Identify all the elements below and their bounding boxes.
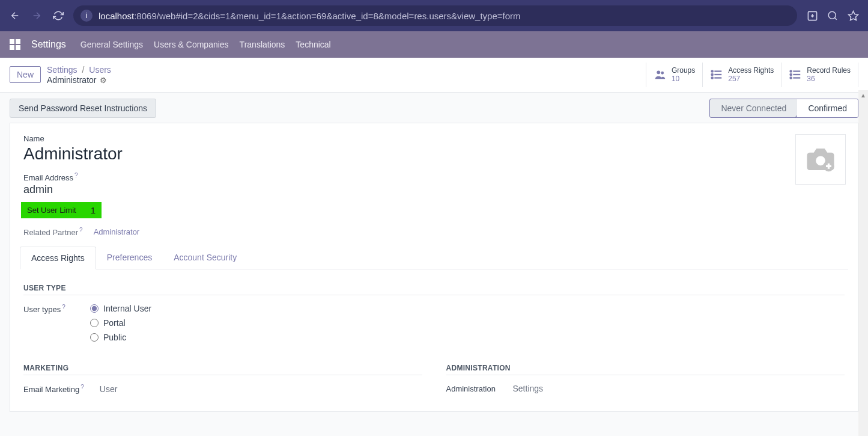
browser-chrome: i localhost:8069/web#id=2&cids=1&menu_id… <box>0 0 868 31</box>
svg-point-10 <box>712 78 713 79</box>
nav-general-settings[interactable]: General Settings <box>80 40 143 49</box>
site-info-icon[interactable]: i <box>80 10 93 22</box>
forward-button[interactable] <box>30 9 43 22</box>
nav-translations[interactable]: Translations <box>240 40 285 49</box>
avatar-upload[interactable] <box>795 134 846 185</box>
url-text: localhost:8069/web#id=2&cids=1&menu_id=1… <box>99 11 521 21</box>
nav-users-companies[interactable]: Users & Companies <box>154 40 229 49</box>
status-confirmed[interactable]: Confirmed <box>797 99 858 117</box>
nav-app-title: Settings <box>31 39 66 50</box>
set-user-limit-label: Set User Limit <box>27 206 76 215</box>
help-icon[interactable]: ? <box>74 172 78 179</box>
list-icon <box>710 68 723 81</box>
svg-point-14 <box>791 71 792 72</box>
email-marketing-value[interactable]: User <box>100 384 118 394</box>
email-marketing-label: Email Marketing? <box>23 384 84 394</box>
radio-public[interactable]: Public <box>90 333 151 342</box>
user-types-label: User types? <box>23 304 74 314</box>
groups-icon <box>654 68 667 81</box>
app-top-nav: Settings General Settings Users & Compan… <box>0 31 868 58</box>
svg-point-8 <box>712 71 713 72</box>
nav-technical[interactable]: Technical <box>296 40 330 49</box>
set-user-limit-value: 1 <box>91 205 96 215</box>
breadcrumb-users[interactable]: Users <box>89 65 111 75</box>
name-field[interactable]: Administrator <box>23 144 845 164</box>
tab-access-rights[interactable]: Access Rights <box>20 247 96 269</box>
radio-internal-user[interactable]: Internal User <box>90 304 151 313</box>
apps-menu-icon[interactable] <box>10 39 20 50</box>
gear-icon[interactable]: ⚙ <box>100 76 107 85</box>
refresh-button[interactable] <box>52 9 65 22</box>
tab-preferences[interactable]: Preferences <box>96 247 163 269</box>
address-bar[interactable]: i localhost:8069/web#id=2&cids=1&menu_id… <box>73 5 797 26</box>
svg-point-16 <box>791 78 792 79</box>
email-label: Email Address? <box>23 172 845 182</box>
administration-value[interactable]: Settings <box>513 384 544 393</box>
new-button[interactable]: New <box>10 66 41 83</box>
svg-point-4 <box>661 72 664 75</box>
zoom-icon[interactable] <box>826 9 839 22</box>
scroll-up-icon[interactable]: ▲ <box>858 90 868 100</box>
help-icon[interactable]: ? <box>80 384 84 390</box>
svg-point-3 <box>657 71 660 75</box>
bookmark-icon[interactable] <box>846 9 860 22</box>
related-partner-link[interactable]: Administrator <box>94 227 140 236</box>
section-user-type: USER TYPE <box>23 284 845 295</box>
svg-point-9 <box>712 74 713 75</box>
administration-label: Administration <box>446 384 497 393</box>
send-password-reset-button[interactable]: Send Password Reset Instructions <box>10 99 156 118</box>
svg-point-1 <box>828 11 836 19</box>
svg-marker-2 <box>848 11 858 20</box>
stat-record-rules[interactable]: Record Rules36 <box>781 63 858 87</box>
svg-point-15 <box>791 74 792 75</box>
control-panel: New Settings / Users Administrator ⚙ Gro… <box>0 58 868 93</box>
breadcrumb-current: Administrator ⚙ <box>47 75 111 85</box>
help-icon[interactable]: ? <box>79 227 83 233</box>
form-sheet: Name Administrator Email Address? admin … <box>10 123 858 412</box>
back-button[interactable] <box>8 9 22 22</box>
form-tabs: Access Rights Preferences Account Securi… <box>20 247 848 269</box>
install-app-icon[interactable] <box>806 9 819 22</box>
name-label: Name <box>23 134 845 143</box>
set-user-limit-row[interactable]: Set User Limit 1 <box>21 202 102 218</box>
breadcrumb: Settings / Users <box>47 64 111 75</box>
scrollbar[interactable]: ▲ <box>858 90 868 412</box>
tab-account-security[interactable]: Account Security <box>163 247 247 269</box>
section-marketing: MARKETING <box>23 364 422 375</box>
status-never-connected[interactable]: Never Connected <box>710 99 797 117</box>
email-field[interactable]: admin <box>23 183 845 196</box>
stat-groups[interactable]: Groups10 <box>646 63 702 87</box>
breadcrumb-settings[interactable]: Settings <box>47 65 77 75</box>
related-partner-label: Related Partner? <box>23 227 83 237</box>
stat-access-rights[interactable]: Access Rights257 <box>702 63 781 87</box>
status-bar: Never Connected Confirmed <box>709 99 858 118</box>
radio-portal[interactable]: Portal <box>90 318 151 328</box>
list-icon <box>789 68 802 81</box>
section-administration: ADMINISTRATION <box>446 364 845 375</box>
help-icon[interactable]: ? <box>62 304 65 310</box>
